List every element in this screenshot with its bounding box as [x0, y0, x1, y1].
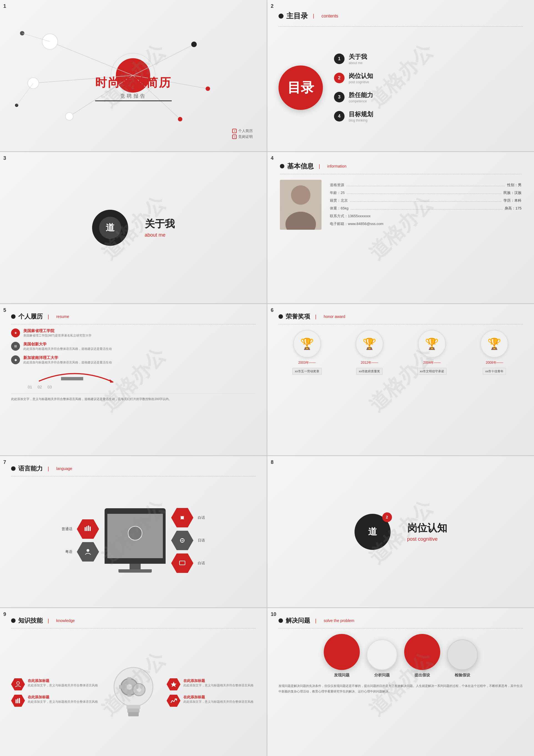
header-dot-5	[11, 314, 15, 319]
slide5-title-en: resume	[56, 314, 69, 319]
s10-label-3: 提出假设	[414, 673, 430, 678]
slide2-divider	[279, 26, 523, 27]
s2-item-en-2: post cognitive	[349, 80, 373, 84]
s9-text-4: 在此添加标题 此处添加文字，意义与标题相关并符合整体语言风格	[183, 695, 254, 704]
slide5-nums: 01 02 03	[28, 385, 255, 389]
slide7-body: 普通话 粤语 Lan	[11, 482, 255, 599]
s10-circle-item-2: 分析问题	[367, 639, 397, 678]
s5-desc-1: 美国麻省理工学院(MIT)是世界著名私立研究型大学	[23, 334, 92, 338]
slide-1: 道格办公 1 时尚竞聘简历	[0, 0, 267, 151]
s4-field-1: 道格资源 性别：男	[330, 182, 521, 188]
slide6-divider	[279, 324, 523, 324]
num-circle-2: 2	[334, 73, 345, 83]
trophy-icon-2: 🏆	[362, 338, 376, 350]
s5-content-1: 美国麻省理工学院 美国麻省理工学院(MIT)是世界著名私立研究型大学	[23, 329, 92, 338]
s4-row-4: 体重：65kg 身高：175	[330, 206, 521, 211]
s4-field-5: 联系方式：13655xxxxxxx	[330, 214, 521, 219]
svg-point-13	[178, 117, 182, 122]
right-hex-1	[171, 508, 193, 527]
s4-value-4: 身高：175	[505, 206, 521, 211]
svg-rect-34	[179, 561, 185, 565]
slide10-desc: 发现问题是解决问题的先决条件，但仅仅发现问题还是不够的，提出问题的目的是为了有效…	[279, 683, 523, 694]
s9-title-4: 在此添加标题	[183, 695, 254, 700]
slide5-title: 个人履历	[18, 312, 43, 321]
s9-text-1: 在此添加标题 此处添加文字，意义与标题相关并符合整体语言风格	[28, 678, 98, 688]
slide2-body: 目录 1 关于我 about me 2 岗位认知 post cognitive	[279, 35, 523, 140]
s2-item-1: 1 关于我 about me	[334, 53, 523, 65]
s9-desc-2: 此处添加文字，意义与标题相关并符合整体语言风格	[28, 700, 98, 704]
slide8-title: 岗位认知	[407, 521, 447, 535]
slide-3: 道格办公 3 道 关于我 about me	[0, 152, 267, 303]
s10-label-2: 分析问题	[374, 673, 390, 678]
s2-item-2: 2 岗位认知 post cognitive	[334, 72, 523, 84]
slide2-title-en: contents	[322, 14, 338, 18]
slide4-photo	[280, 180, 322, 230]
num-circle-3: 3	[334, 92, 345, 102]
s4-field-4: 体重：65kg 身高：175	[330, 206, 521, 211]
slide3-title: 关于我	[145, 217, 175, 231]
trophy-icon-3: 🏆	[425, 338, 439, 350]
s5-item-2: ⊞ 美国创新大学 此处添加与标题相关并符合整体语言风格，道格建议还是量活生动	[11, 342, 255, 351]
slide7-right-hexes: 白话 日语 白话	[171, 508, 207, 573]
num-circle-1: 1	[334, 54, 345, 64]
slide7-divider	[11, 476, 255, 476]
svg-point-10	[66, 113, 73, 121]
header-dot-9	[11, 618, 15, 623]
slide-number-1: 1	[3, 3, 6, 9]
svg-rect-48	[136, 685, 138, 689]
slide8-icon-text: 道	[368, 526, 377, 538]
slide10-circles: 发现问题 分析问题 提出假设 检验假设	[279, 634, 523, 678]
s4-field-2: 年龄：25 民族：汉族	[330, 190, 521, 195]
s9-text-2: 在此添加标题 此处添加文字，意义与标题相关并符合整体语言风格	[28, 695, 98, 704]
slide-4: 道格办公 4 基本信息 | information 道格资源	[267, 152, 534, 303]
right-hex-item-3: 白话	[171, 554, 207, 573]
svg-rect-37	[15, 699, 17, 703]
slide-number-2: 2	[271, 3, 274, 9]
trophy-circle-4: 🏆	[480, 330, 508, 358]
s6-award-label-1: xx市五一劳动奖章	[292, 368, 322, 375]
s4-field-6: 电子邮箱：www.84856@sss.com	[330, 221, 521, 227]
svg-rect-50	[127, 709, 140, 713]
s4-label-4: 体重：65kg	[330, 206, 348, 211]
s2-item-title-2: 岗位认知	[349, 72, 373, 79]
svg-point-36	[17, 682, 19, 685]
s4-row-5: 联系方式：13655xxxxxxx	[330, 214, 521, 219]
slide10-header: 解决问题 | solve the problem	[279, 616, 523, 625]
svg-point-8	[42, 34, 58, 49]
s5-icon-3: ◆	[11, 355, 20, 364]
s9-item-4: 在此添加标题 此处添加文字，意义与标题相关并符合整体语言风格	[167, 695, 256, 707]
s6-award-label-2: xx市政府质量奖	[356, 368, 383, 375]
slide2-title: 主目录	[286, 11, 308, 21]
s5-item-1: ★ 美国麻省理工学院 美国麻省理工学院(MIT)是世界著名私立研究型大学	[11, 329, 255, 338]
slide-5: 道格办公 5 个人履历 | resume ★ 美国麻省理工学院 美国麻省理工学院…	[0, 304, 267, 455]
s2-item-en-3: competence	[349, 99, 373, 103]
slide8-icon-circle: 道 2	[355, 514, 390, 550]
s4-row-6: 电子邮箱：www.84856@sss.com	[330, 221, 521, 227]
slide-10: 道格办公 10 解决问题 | solve the problem 发现问题 分析…	[267, 608, 534, 756]
svg-rect-38	[17, 699, 18, 703]
s2-item-en-1: about me	[349, 61, 367, 65]
s4-row-3: 籍贯：北京 学历：本科	[330, 198, 521, 203]
trophy-circle-2: 🏆	[356, 330, 383, 358]
right-hex-3	[171, 554, 193, 573]
slide4-divider	[280, 174, 521, 174]
s6-award-label-3: xx市文明信守承诺	[417, 368, 447, 375]
slide-number-4: 4	[271, 155, 274, 161]
slide7-header: 语言能力 | language	[11, 464, 255, 473]
slide-number-5: 5	[3, 308, 6, 313]
s2-item-4: 4 目标规划 blog thinking	[334, 110, 523, 122]
s4-label-3: 籍贯：北京	[330, 198, 348, 203]
slide4-title: 基本信息	[287, 162, 314, 171]
slide1-main-title: 时尚竞聘简历	[95, 75, 172, 91]
slide-8: 道格办公 8 道 2 岗位认知 post cognitive	[267, 456, 534, 607]
slide9-title: 知识技能	[18, 616, 43, 625]
s5-content-3: 新加坡南洋理工大学 此处添加与标题相关并符合整体语言风格，道格建议还是量活生动	[23, 355, 112, 364]
s5-item-3: ◆ 新加坡南洋理工大学 此处添加与标题相关并符合整体语言风格，道格建议还是量活生…	[11, 355, 255, 364]
s2-item-title-3: 胜任能力	[349, 92, 373, 98]
left-hex-1	[77, 519, 99, 539]
s9-desc-3: 此处添加文字，意义与标题相关并符合整体语言风格	[183, 683, 254, 688]
s9-hex-3	[167, 678, 181, 690]
num-circle-4: 4	[334, 111, 345, 122]
slide6-trophies: 🏆 2003年—— xx市五一劳动奖章 🏆 2012年—— xx市政府质量奖 🏆…	[279, 330, 523, 375]
slide7-left-hexes: 普通话 粤语	[59, 519, 99, 561]
